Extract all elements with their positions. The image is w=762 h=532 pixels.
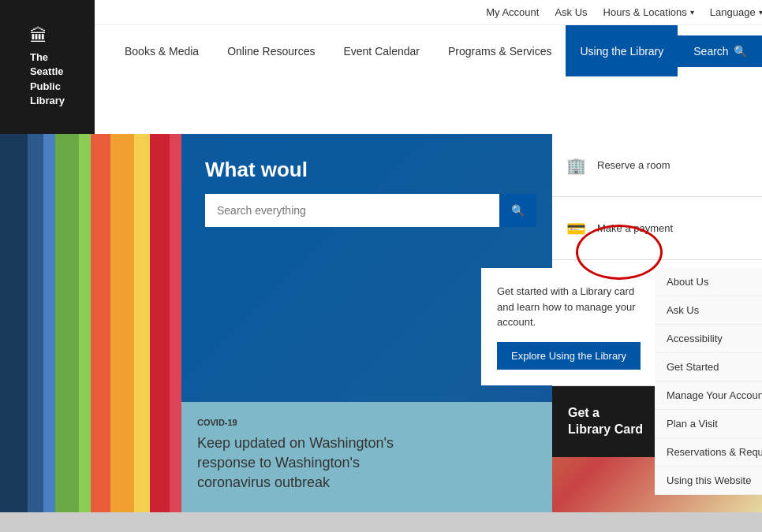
dropdown-item-get-started[interactable]: Get Started — [655, 353, 762, 381]
make-payment-icon: 💳 — [564, 217, 588, 240]
bottom-bar — [0, 512, 762, 532]
nav-bar: Books & Media Online Resources Event Cal… — [95, 25, 762, 76]
reserve-room-label: Reserve a room — [597, 159, 670, 171]
library-card-text: Get a Library Card — [568, 405, 643, 438]
dropdown-item-manage-account[interactable]: Manage Your Account — [655, 381, 762, 410]
book-spine-orange — [110, 134, 134, 532]
dropdown-item-reservations[interactable]: Reservations & Requests — [655, 438, 762, 467]
logo-text: The Seattle Public Library — [30, 50, 65, 108]
header: 🏛 The Seattle Public Library My Account … — [0, 0, 762, 134]
nav-programs-services[interactable]: Programs & Services — [434, 25, 566, 76]
covid-title: Keep updated on Washington'sresponse to … — [197, 433, 536, 493]
search-bar: 🔍 — [205, 194, 536, 227]
nav-online-resources[interactable]: Online Resources — [213, 25, 329, 76]
dropdown-left-section: Get started with a Library card and lear… — [481, 268, 655, 385]
search-submit-button[interactable]: 🔍 — [499, 194, 536, 227]
book-spine-blue — [28, 134, 43, 532]
explore-library-button[interactable]: Explore Using the Library — [497, 342, 641, 370]
book-spine-lightgreen — [79, 134, 91, 532]
hours-chevron-icon: ▾ — [690, 8, 694, 17]
header-right: My Account Ask Us Hours & Locations ▾ La… — [95, 0, 762, 134]
logo-icon: 🏛 — [30, 26, 65, 47]
search-icon: 🔍 — [734, 45, 747, 58]
book-spine-navy — [0, 134, 28, 532]
book-spine-pink — [170, 134, 181, 532]
language-chevron-icon: ▾ — [759, 8, 762, 17]
book-spine-yellow — [134, 134, 150, 532]
reserve-room-item[interactable]: 🏢 Reserve a room — [552, 134, 762, 197]
books-visual — [0, 134, 181, 532]
make-payment-label: Make a payment — [597, 222, 673, 234]
language-link[interactable]: Language ▾ — [710, 6, 762, 18]
dropdown-item-plan-visit[interactable]: Plan a Visit — [655, 410, 762, 438]
reserve-room-icon: 🏢 — [564, 154, 588, 177]
dropdown-item-about-us[interactable]: About Us — [655, 268, 762, 296]
top-bar: My Account Ask Us Hours & Locations ▾ La… — [95, 0, 762, 25]
dropdown-item-using-website[interactable]: Using this Website — [655, 467, 762, 495]
nav-event-calendar[interactable]: Event Calendar — [329, 25, 434, 76]
book-spine-crimson — [150, 134, 170, 532]
nav-books-media[interactable]: Books & Media — [110, 25, 213, 76]
dropdown-menu-right: About Us Ask Us Accessibility Get Starte… — [655, 268, 762, 495]
book-spine-red — [91, 134, 110, 532]
book-spine-green — [55, 134, 79, 532]
ask-us-link[interactable]: Ask Us — [555, 6, 587, 18]
nav-using-library[interactable]: Using the Library — [566, 25, 678, 76]
hours-locations-link[interactable]: Hours & Locations ▾ — [603, 6, 694, 18]
dropdown-item-ask-us[interactable]: Ask Us — [655, 296, 762, 325]
search-button[interactable]: Search 🔍 — [678, 35, 762, 67]
search-submit-icon: 🔍 — [511, 204, 525, 217]
covid-tag: COVID-19 — [197, 418, 536, 427]
search-input[interactable] — [205, 194, 499, 227]
my-account-link[interactable]: My Account — [486, 6, 539, 18]
main-content: What woul 🔍 COVID-19 Keep updated on Was… — [0, 134, 762, 532]
make-payment-item[interactable]: 💳 Make a payment — [552, 197, 762, 260]
book-spine-lightblue — [43, 134, 55, 532]
dropdown-item-accessibility[interactable]: Accessibility — [655, 325, 762, 353]
what-would-title: What woul — [205, 158, 536, 182]
dropdown-description: Get started with a Library card and lear… — [497, 284, 639, 330]
logo-area[interactable]: 🏛 The Seattle Public Library — [0, 0, 95, 134]
